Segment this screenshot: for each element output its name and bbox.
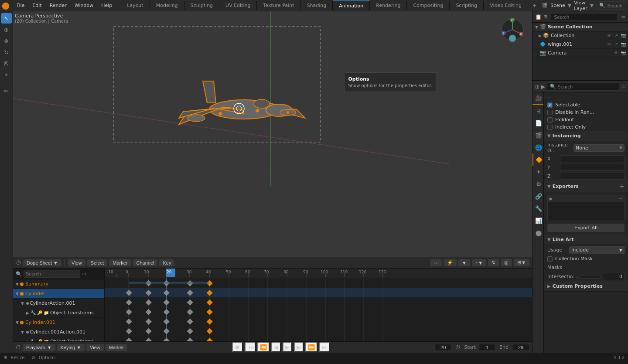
tab-scene-icon[interactable]: 🎬 [532,129,544,141]
tl-row-cylinder[interactable]: ▼ Cylinder [13,289,104,299]
tab-data-icon[interactable]: 📊 [532,214,544,227]
camera-render[interactable]: 📷 [620,51,626,55]
tl-sync[interactable]: ⚡ [444,259,457,266]
tab-particles-icon[interactable]: ✦ [532,166,544,178]
instancing-section-header[interactable]: ▼ Instancing [544,131,628,141]
wings-render[interactable]: 📷 [620,42,626,47]
instance-o-select[interactable]: None ▼ [573,144,625,152]
view-layer[interactable]: View Layer [574,0,587,11]
outliner-wings-row[interactable]: 🔷 wings.001 👁 ↗ 📷 [532,40,628,49]
props-filter-btn[interactable]: ≡ [621,84,625,90]
indirect-only-checkbox[interactable] [547,125,553,130]
tab-modeling[interactable]: Modeling [150,1,184,10]
holdout-checkbox[interactable] [547,117,553,122]
tab-animation[interactable]: Animation [333,0,370,10]
tl-snap-options[interactable]: ⊞▼ [514,259,529,266]
collection-render[interactable]: 📷 [620,33,626,38]
properties-search-input[interactable] [557,84,601,89]
keying-menu[interactable]: Keying ▼ [57,344,85,351]
selectable-checkbox[interactable]: ✓ [547,102,553,108]
tl-row-obj-transforms[interactable]: ▶ 🔧 🔑 📁 Object Transforms [24,308,104,318]
exporters-section-header[interactable]: ▼ Exporters + [544,180,628,192]
tl-row-obj-transforms2[interactable]: ▶ 🔧 🔑 📁 Object Transforms [24,337,104,341]
tl-filter[interactable]: ≡▼ [472,259,486,266]
timeline-keyframes[interactable]: Camera F_30 [105,278,532,341]
tl-onion-skin[interactable]: ◎ [501,259,512,266]
collection-mask-checkbox[interactable] [547,256,553,262]
disable-render-checkbox[interactable] [547,110,553,115]
current-frame-input[interactable]: 20 [434,344,452,351]
tool-move[interactable]: ✥ [1,36,12,46]
tl-filter-select[interactable]: ↔ [430,259,442,266]
tab-modifiers-icon[interactable]: 🔧 [532,202,544,214]
tab-world-icon[interactable]: 🌐 [532,141,544,153]
pb-next-key[interactable]: ▶ [294,342,304,352]
tab-material-icon[interactable]: ⬤ [532,227,544,239]
menu-file[interactable]: File [13,2,28,9]
viewport-canvas[interactable]: Y X Z Options [13,11,532,257]
tab-add-button[interactable]: + [528,1,541,10]
tab-object-icon[interactable]: 🔶 [532,153,544,166]
pb-marker-menu[interactable]: Marker [106,344,127,351]
tab-rendering[interactable]: Rendering [370,1,407,10]
tab-sculpting[interactable]: Sculpting [184,1,219,10]
menu-help[interactable]: Help [98,2,116,9]
timeline-search-input[interactable] [24,270,80,278]
tab-layout[interactable]: Layout [121,1,150,10]
inst-y-input[interactable]: 0 m [560,164,625,171]
wings-select[interactable]: ↗ [613,42,619,47]
tab-render-icon[interactable]: 🎥 [532,92,544,105]
tl-row-cylinder-action[interactable]: ▼ CylinderAction.001 [18,299,104,308]
tool-cursor[interactable]: ⊕ [1,24,12,35]
tab-constraints-icon[interactable]: 🔗 [532,190,544,202]
tl-channel-menu[interactable]: Channel [133,259,157,266]
tool-annotate[interactable]: ✏ [1,86,12,96]
pb-record[interactable]: ⏺ [232,342,243,352]
pb-jump-end[interactable]: ⏭ [319,342,330,352]
outliner-collection-row[interactable]: ▶ 📦 Collection 👁 ↗ 📷 [532,31,628,40]
tab-texture-paint[interactable]: Texture Paint [257,1,300,10]
tab-view-layer-icon[interactable]: 📄 [532,117,544,129]
menu-render[interactable]: Render [46,2,70,9]
line-art-section-header[interactable]: ▼ Line Art [544,235,628,245]
tl-row-cylinder001[interactable]: ▼ Cylinder.001 [13,318,104,327]
wings-visibility[interactable]: 👁 [606,42,612,47]
intersection-slider[interactable] [579,275,601,279]
collection-select[interactable]: ↗ [613,33,619,38]
tl-row-summary[interactable]: ▼ Summary [13,279,104,289]
tl-normalize[interactable]: ↯ [488,259,499,266]
tl-marker-add[interactable]: ▼ [458,259,470,266]
tl-row-cyl001-action[interactable]: ▼ Cylinder.001Action.001 [18,327,104,337]
dope-sheet-mode-select[interactable]: Dope Sheet ▼ [23,259,61,266]
inst-x-input[interactable]: 0 m [560,155,625,162]
tab-physics-icon[interactable]: ⚙ [532,178,544,190]
collection-visibility[interactable]: 👁 [606,33,612,38]
pb-step-forward[interactable]: ⏩ [305,342,317,352]
pb-jump-start[interactable]: ⏮ [245,342,256,352]
tl-search-clear[interactable]: ↔ [82,271,86,277]
playback-menu[interactable]: Playback ▼ [23,344,55,351]
inst-z-input[interactable]: 0 m [560,173,625,180]
custom-props-section-header[interactable]: ▶ Custom Properties [544,281,628,292]
tl-select-menu[interactable]: Select [87,259,108,266]
outliner-camera-row[interactable]: 📷 Camera 👁 📷 [532,49,628,58]
tool-select[interactable]: ↖ [1,13,12,24]
pb-step-back[interactable]: ⏪ [257,342,270,352]
end-frame-input[interactable]: 29 [512,344,529,351]
start-frame-input[interactable]: 1 [478,344,496,351]
camera-visibility[interactable]: 👁 [613,51,619,55]
outliner-filter[interactable]: ≡ [621,14,625,20]
tab-output-icon[interactable]: 🖨 [532,105,544,117]
tab-shading[interactable]: Shading [300,1,333,10]
outliner-search-input[interactable] [551,13,618,21]
export-all-button[interactable]: Export All [547,224,625,232]
pb-play[interactable]: ▶ [283,342,292,352]
tab-compositing[interactable]: Compositing [407,1,450,10]
tool-scale[interactable]: ⇱ [1,58,12,69]
global-search-input[interactable] [607,3,628,8]
tl-key-menu[interactable]: Key [159,259,174,266]
pb-view-menu[interactable]: View [86,344,104,351]
tl-view-menu[interactable]: View [68,259,85,266]
tab-video-editing[interactable]: Video Editing [484,1,528,10]
scene-name[interactable]: Scene [550,3,565,8]
